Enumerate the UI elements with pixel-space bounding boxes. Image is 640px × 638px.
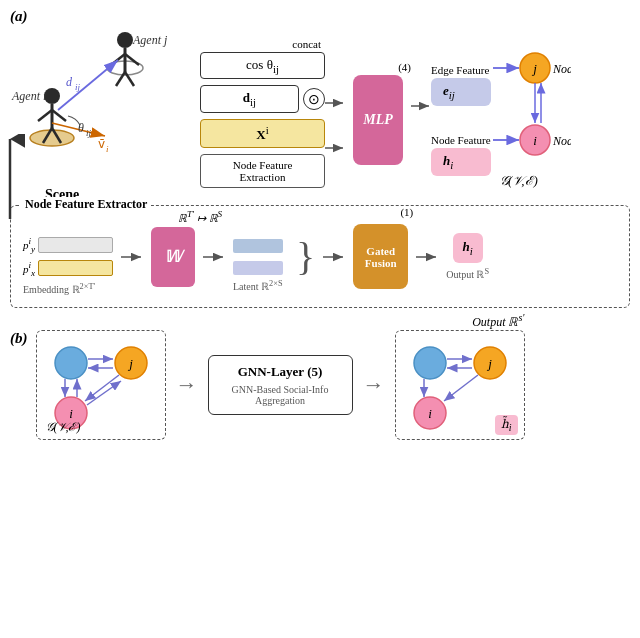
- scene-area: Agent j Agent i d ij θ ij v̄ i Scene: [10, 28, 200, 203]
- node-feature-label: Node Feature: [431, 134, 491, 146]
- svg-text:Agent j: Agent j: [132, 33, 168, 47]
- svg-text:i: i: [106, 144, 109, 154]
- py-label: piy: [23, 236, 35, 254]
- cos-theta-box: cos θij: [200, 52, 325, 80]
- svg-text:i: i: [428, 406, 432, 421]
- gve-label: 𝒢(𝒱,ℰ): [45, 420, 81, 435]
- svg-point-1: [30, 130, 74, 146]
- nfe-arrow3: [323, 232, 345, 282]
- svg-line-66: [85, 375, 119, 401]
- svg-text:ij: ij: [75, 82, 81, 92]
- circle-multiply: ⊙: [303, 88, 325, 110]
- output-label: Output ℝS: [446, 267, 489, 280]
- main-container: (a): [0, 0, 640, 638]
- nfe-title: Node Feature Extractor: [21, 197, 151, 212]
- svg-point-0: [107, 61, 143, 75]
- svg-line-18: [52, 123, 105, 136]
- concat-label: concat: [292, 38, 321, 50]
- gnn-layer-box: GNN-Layer (5) GNN-Based Social-InfoAggre…: [208, 355, 353, 415]
- gnn-layer-subtitle: GNN-Based Social-InfoAggregation: [223, 384, 338, 406]
- svg-text:θ: θ: [78, 121, 84, 135]
- curly-brace: }: [296, 237, 315, 277]
- right-arrow-2: →: [363, 372, 385, 398]
- h-tilde-box: h̃i: [495, 415, 518, 435]
- output-graph-box: j i h̃i: [395, 330, 525, 440]
- svg-point-57: [55, 347, 87, 379]
- px-bar: [38, 260, 113, 276]
- output-rs-label: Output ℝs': [472, 312, 524, 330]
- svg-point-70: [414, 347, 446, 379]
- svg-text:Node i: Node i: [552, 134, 571, 148]
- graph-gve-box: j i: [36, 330, 166, 440]
- svg-line-11: [125, 54, 139, 65]
- svg-text:i: i: [69, 406, 73, 421]
- svg-line-12: [116, 72, 125, 86]
- section-a: (a): [10, 8, 630, 308]
- top-row: Agent j Agent i d ij θ ij v̄ i Scene: [10, 25, 630, 205]
- gated-label: GatedFusion: [365, 245, 397, 269]
- node-feature-extraction-box: Node FeatureExtraction: [200, 154, 325, 188]
- nfe-arrow1: [121, 232, 143, 282]
- svg-text:Node j: Node j: [552, 62, 571, 76]
- svg-text:i: i: [533, 133, 537, 148]
- h-i-box: hi: [431, 148, 491, 176]
- svg-line-5: [52, 110, 66, 121]
- right-arrow-1: →: [176, 372, 198, 398]
- mlp-block: MLP: [353, 75, 403, 165]
- connector-arrows: [325, 78, 345, 168]
- gnn-layer-title: GNN-Layer (5): [223, 364, 338, 380]
- nfe-box: Node Feature Extractor ℝT' ↦ ℝS: [10, 205, 630, 308]
- nfe-arrow2: [203, 232, 225, 282]
- svg-line-10: [111, 54, 125, 65]
- svg-line-6: [43, 128, 52, 143]
- nfe-dim-label: ℝT' ↦ ℝS: [178, 209, 222, 225]
- latent-label: Latent ℝ2×S: [233, 279, 283, 292]
- node-arrows-svg: j Node j i Node i 𝒢(𝒱,ℰ): [491, 30, 571, 200]
- py-bar: [38, 237, 113, 253]
- nfe-arrow4: [416, 232, 438, 282]
- h-i-output: hi: [453, 233, 483, 263]
- latent-bar-2: [233, 261, 283, 275]
- latent-bar-1: [233, 239, 283, 253]
- svg-line-17: [58, 60, 118, 110]
- xi-box: Xi: [200, 119, 325, 148]
- mlp-output-arrow: [411, 78, 431, 168]
- svg-text:v̄: v̄: [98, 137, 105, 151]
- svg-text:ij: ij: [86, 128, 92, 138]
- e-ij-box: eij: [431, 78, 491, 106]
- W-block: 𝕎: [151, 227, 195, 287]
- svg-line-7: [52, 128, 61, 143]
- svg-text:Agent i: Agent i: [11, 89, 46, 103]
- px-label: pix: [23, 260, 35, 278]
- embedding-label: Embedding ℝ2×T': [23, 282, 95, 295]
- section-b-label: (b): [10, 330, 28, 347]
- svg-text:d: d: [66, 75, 73, 89]
- svg-line-78: [444, 375, 478, 401]
- svg-line-4: [38, 110, 52, 121]
- svg-line-67: [87, 381, 121, 405]
- svg-text:𝒢(𝒱,ℰ): 𝒢(𝒱,ℰ): [499, 173, 538, 188]
- svg-line-13: [125, 72, 134, 86]
- svg-point-2: [44, 88, 60, 104]
- d-ij-box: dij: [200, 85, 299, 113]
- mlp-number: (4): [398, 61, 411, 73]
- section-a-label: (a): [10, 8, 28, 25]
- svg-point-8: [117, 32, 133, 48]
- edge-feature-label: Edge Feature: [431, 64, 491, 76]
- gated-number: (1): [400, 206, 413, 218]
- section-b-row: (b) j: [10, 330, 630, 440]
- gated-block: GatedFusion: [353, 224, 408, 289]
